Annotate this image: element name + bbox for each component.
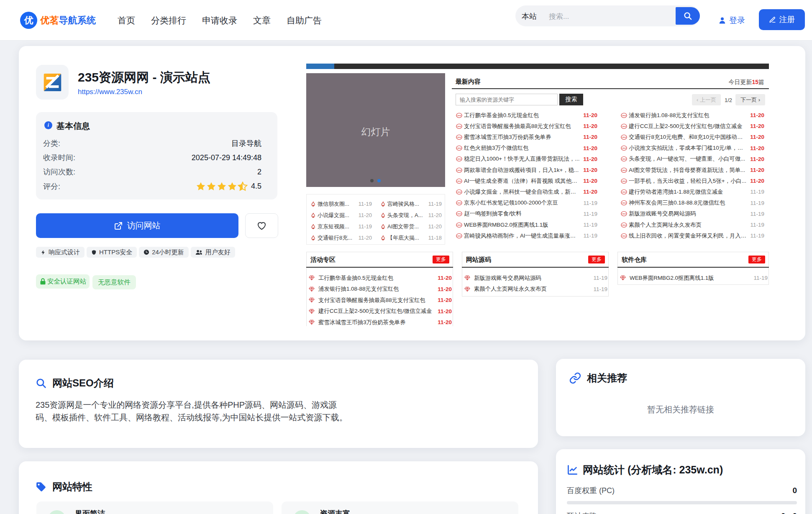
svg-text:new: new bbox=[622, 212, 627, 215]
svg-text:new: new bbox=[622, 136, 627, 138]
svg-text:new: new bbox=[457, 235, 462, 237]
svg-text:new: new bbox=[457, 147, 462, 149]
svg-text:new: new bbox=[622, 147, 627, 149]
svg-text:new: new bbox=[457, 125, 462, 128]
svg-text:new: new bbox=[457, 191, 462, 193]
svg-text:new: new bbox=[457, 180, 462, 182]
svg-text:new: new bbox=[457, 136, 462, 138]
svg-text:new: new bbox=[457, 114, 462, 117]
svg-text:new: new bbox=[622, 235, 627, 237]
svg-text:new: new bbox=[622, 202, 627, 204]
svg-text:new: new bbox=[622, 125, 627, 128]
svg-text:new: new bbox=[457, 212, 462, 215]
svg-text:new: new bbox=[622, 224, 627, 226]
svg-text:new: new bbox=[457, 202, 462, 204]
svg-text:new: new bbox=[457, 224, 462, 226]
svg-text:new: new bbox=[622, 180, 627, 182]
svg-text:new: new bbox=[622, 114, 627, 117]
svg-text:new: new bbox=[622, 169, 627, 171]
svg-text:new: new bbox=[622, 158, 627, 160]
svg-text:new: new bbox=[457, 169, 462, 171]
svg-text:new: new bbox=[457, 158, 462, 160]
svg-text:new: new bbox=[622, 191, 627, 193]
